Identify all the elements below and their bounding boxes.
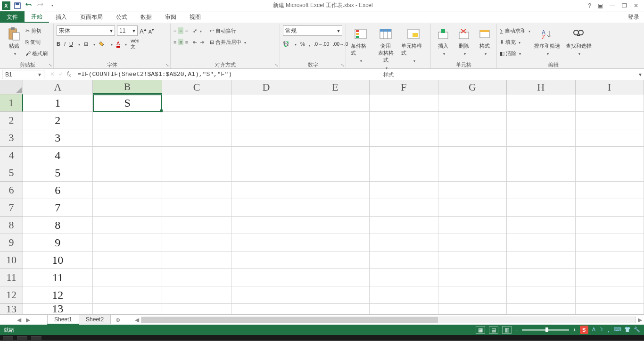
decrease-font-icon[interactable]: A▾ (149, 27, 154, 34)
cell-A10[interactable]: 10 (23, 251, 92, 269)
fill-color-button[interactable] (99, 41, 106, 47)
cell-G11[interactable] (438, 269, 507, 286)
help-icon[interactable]: ? (588, 2, 591, 9)
cell-A9[interactable]: 9 (23, 234, 92, 251)
cell-D3[interactable] (231, 129, 301, 147)
cell-G4[interactable] (438, 147, 507, 164)
row-header[interactable]: 12 (0, 286, 23, 304)
undo-icon[interactable] (25, 1, 33, 10)
cell-D6[interactable] (231, 182, 301, 199)
column-header-C[interactable]: C (162, 80, 231, 94)
cell-B7[interactable] (93, 199, 162, 217)
cell-I3[interactable] (576, 129, 644, 147)
align-middle-icon[interactable]: ≡ (178, 27, 183, 34)
cell-I10[interactable] (576, 251, 644, 269)
cell-E13[interactable] (301, 304, 370, 314)
font-color-button[interactable]: A (116, 41, 120, 48)
column-header-I[interactable]: I (576, 80, 644, 94)
cell-F10[interactable] (370, 251, 438, 269)
cell-D13[interactable] (231, 304, 301, 314)
cell-B9[interactable] (93, 234, 162, 251)
increase-decimal-icon[interactable]: .0→.00 (314, 42, 329, 47)
cell-H1[interactable] (507, 94, 575, 112)
number-launcher-icon[interactable]: ⤡ (341, 63, 345, 67)
cell-H10[interactable] (507, 251, 575, 269)
cancel-formula-icon[interactable]: ✕ (50, 71, 55, 77)
cell-I4[interactable] (576, 147, 644, 164)
comma-icon[interactable]: , (309, 41, 310, 47)
cell-F7[interactable] (370, 199, 438, 217)
ime-comma-icon[interactable]: ， (606, 327, 611, 334)
taskbar-item[interactable] (17, 336, 27, 340)
cell-D8[interactable] (231, 217, 301, 234)
cell-H3[interactable] (507, 129, 575, 147)
cell-A13[interactable]: 13 (23, 304, 92, 314)
cell-G6[interactable] (438, 182, 507, 199)
tab-file[interactable]: 文件 (0, 11, 25, 23)
delete-cells-button[interactable]: 删除 (454, 25, 473, 57)
cell-A6[interactable]: 6 (23, 182, 92, 199)
ribbon-display-icon[interactable]: ▣ (598, 2, 603, 9)
cell-A11[interactable]: 11 (23, 269, 92, 286)
cell-C5[interactable] (162, 164, 231, 182)
fill-button[interactable]: ⬇填充 (500, 37, 530, 47)
tab-data[interactable]: 数据 (134, 11, 158, 23)
align-bottom-icon[interactable]: ≡ (185, 28, 188, 34)
paste-button[interactable]: 粘贴 (5, 25, 24, 57)
cell-G12[interactable] (438, 286, 507, 304)
page-layout-view-icon[interactable]: ▤ (489, 326, 498, 334)
bold-button[interactable]: B (57, 41, 60, 47)
cell-G7[interactable] (438, 199, 507, 217)
clipboard-launcher-icon[interactable]: ⤡ (49, 63, 52, 67)
row-header[interactable]: 6 (0, 182, 23, 199)
cell-E10[interactable] (301, 251, 370, 269)
cell-C2[interactable] (162, 112, 231, 129)
cell-H7[interactable] (507, 199, 575, 217)
cell-H9[interactable] (507, 234, 575, 251)
column-header-F[interactable]: F (370, 80, 438, 94)
close-icon[interactable]: ✕ (634, 2, 638, 9)
normal-view-icon[interactable]: ▦ (476, 326, 485, 334)
cell-I7[interactable] (576, 199, 644, 217)
tab-insert[interactable]: 插入 (49, 11, 74, 23)
cell-E6[interactable] (301, 182, 370, 199)
cell-C1[interactable] (162, 94, 231, 112)
cell-B3[interactable] (93, 129, 162, 147)
format-cells-button[interactable]: 格式 (475, 25, 494, 57)
increase-font-icon[interactable]: A▴ (140, 26, 147, 35)
cell-C4[interactable] (162, 147, 231, 164)
ime-moon-icon[interactable]: ☽ (598, 327, 603, 334)
cell-F12[interactable] (370, 286, 438, 304)
cell-A5[interactable]: 5 (23, 164, 92, 182)
cell-B5[interactable] (93, 164, 162, 182)
cell-E12[interactable] (301, 286, 370, 304)
cell-G3[interactable] (438, 129, 507, 147)
cell-F8[interactable] (370, 217, 438, 234)
cell-F4[interactable] (370, 147, 438, 164)
sheet-tab-sheet1[interactable]: Sheet1 (47, 315, 79, 325)
alignment-launcher-icon[interactable]: ⤡ (275, 63, 279, 67)
border-button[interactable]: ⊞ (84, 41, 88, 47)
column-header-H[interactable]: H (507, 80, 575, 94)
cell-D9[interactable] (231, 234, 301, 251)
cell-C7[interactable] (162, 199, 231, 217)
cell-H4[interactable] (507, 147, 575, 164)
cell-H8[interactable] (507, 217, 575, 234)
cell-B8[interactable] (93, 217, 162, 234)
cell-C3[interactable] (162, 129, 231, 147)
font-size-combo[interactable]: 11▾ (117, 25, 138, 36)
underline-button[interactable]: U (69, 41, 73, 47)
qat-customize-icon[interactable] (47, 1, 56, 10)
formula-bar-expand-icon[interactable]: ▾ (636, 71, 644, 78)
column-header-E[interactable]: E (301, 80, 370, 94)
copy-button[interactable]: ⎘复制 (25, 37, 48, 47)
cell-D2[interactable] (231, 112, 301, 129)
cell-styles-button[interactable]: 单元格样式 (399, 25, 428, 64)
cell-I8[interactable] (576, 217, 644, 234)
cell-C13[interactable] (162, 304, 231, 314)
cell-B6[interactable] (93, 182, 162, 199)
cell-C11[interactable] (162, 269, 231, 286)
insert-cells-button[interactable]: 插入 (434, 25, 453, 57)
cell-I11[interactable] (576, 269, 644, 286)
cell-E9[interactable] (301, 234, 370, 251)
